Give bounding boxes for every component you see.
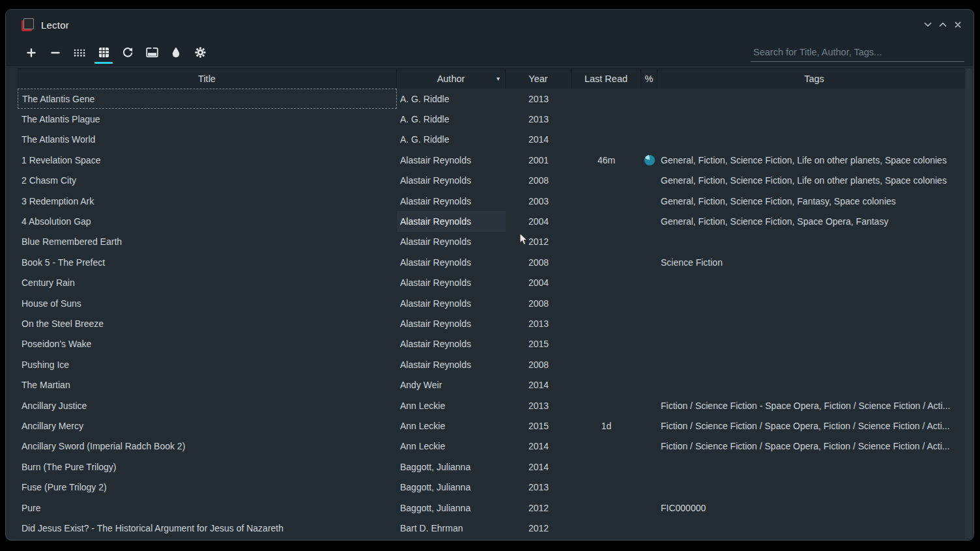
cell-tags[interactable]	[657, 109, 971, 129]
cell-last-read[interactable]	[571, 293, 641, 313]
cell-last-read[interactable]: 1d	[571, 416, 641, 436]
open-book-button[interactable]	[142, 43, 162, 63]
cell-title[interactable]: Fuse (Pure Trilogy 2)	[18, 477, 397, 497]
cell-progress[interactable]	[641, 498, 657, 518]
cell-author[interactable]: Alastair Reynolds	[397, 252, 506, 272]
cell-last-read[interactable]	[571, 273, 641, 293]
cell-author[interactable]: Alastair Reynolds	[397, 171, 506, 191]
cell-last-read[interactable]	[571, 518, 641, 538]
cell-tags[interactable]	[657, 518, 971, 538]
table-row[interactable]: Ancillary JusticeAnn Leckie2013Fiction /…	[18, 395, 971, 416]
column-header-title[interactable]: Title	[18, 69, 397, 89]
cell-progress[interactable]	[641, 232, 657, 252]
cell-progress[interactable]	[641, 109, 657, 129]
cell-tags[interactable]	[657, 89, 971, 109]
cell-year[interactable]: 2015	[506, 334, 571, 354]
table-row[interactable]: Fuse (Pure Trilogy 2)Baggott, Julianna20…	[18, 477, 971, 497]
maximize-button[interactable]	[938, 20, 948, 30]
cell-author[interactable]: Alastair Reynolds	[397, 354, 506, 374]
cell-title[interactable]: 1 Revelation Space	[18, 150, 397, 170]
cell-title[interactable]: The Atlantis World	[18, 130, 397, 150]
cell-last-read[interactable]	[571, 171, 641, 191]
vertical-scrollbar[interactable]	[966, 68, 973, 539]
cell-progress[interactable]	[641, 354, 657, 374]
cell-last-read[interactable]	[571, 89, 641, 109]
table-row[interactable]: Burn (The Pure Trilogy)Baggott, Julianna…	[18, 457, 971, 477]
cell-author[interactable]: Alastair Reynolds	[397, 293, 506, 313]
cell-last-read[interactable]	[571, 334, 641, 354]
table-row[interactable]: The MartianAndy Weir2014	[18, 374, 971, 395]
column-header-tags[interactable]: Tags	[657, 69, 971, 89]
cell-year[interactable]: 2013	[506, 477, 571, 497]
cell-title[interactable]: Did Jesus Exist? - The Historical Argume…	[18, 518, 397, 538]
shade-button[interactable]	[923, 20, 933, 30]
table-row[interactable]: Blue Remembered EarthAlastair Reynolds20…	[18, 232, 971, 252]
table-row[interactable]: The Atlantis GeneA. G. Riddle2013	[18, 89, 971, 109]
cell-author[interactable]: Andy Weir	[397, 374, 506, 395]
cell-year[interactable]: 2015	[506, 416, 571, 436]
column-header-percent[interactable]: %	[641, 69, 657, 89]
cell-progress[interactable]	[641, 211, 657, 231]
cell-year[interactable]: 2008	[506, 252, 571, 272]
table-row[interactable]: 4 Absolution GapAlastair Reynolds2004Gen…	[18, 211, 971, 231]
cell-progress[interactable]	[641, 436, 657, 457]
cell-progress[interactable]	[641, 191, 657, 211]
table-row[interactable]: Ancillary Sword (Imperial Radch Book 2)A…	[18, 436, 971, 457]
table-row[interactable]: Pushing IceAlastair Reynolds2008	[18, 354, 971, 374]
cell-progress[interactable]	[641, 252, 657, 272]
cell-last-read[interactable]	[571, 395, 641, 416]
cell-tags[interactable]	[657, 457, 971, 477]
cell-tags[interactable]: Fiction / Science Fiction - Space Opera,…	[657, 395, 971, 416]
cell-year[interactable]: 2013	[506, 395, 571, 416]
cell-year[interactable]: 2012	[506, 498, 571, 518]
cell-progress[interactable]	[641, 171, 657, 191]
cell-last-read[interactable]	[571, 252, 641, 272]
column-header-year[interactable]: Year	[506, 69, 571, 89]
cell-title[interactable]: Century Rain	[18, 273, 397, 293]
cell-title[interactable]: The Atlantis Gene	[18, 89, 397, 109]
cell-year[interactable]: 2012	[506, 518, 571, 538]
cell-author[interactable]: A. G. Riddle	[397, 89, 506, 109]
cell-year[interactable]: 2003	[506, 191, 571, 211]
cell-progress[interactable]	[641, 416, 657, 436]
cell-year[interactable]: 2014	[506, 436, 571, 457]
cell-title[interactable]: Book 5 - The Prefect	[18, 252, 397, 272]
cell-year[interactable]: 2004	[506, 211, 571, 231]
cell-tags[interactable]	[657, 374, 971, 395]
cell-author[interactable]: Alastair Reynolds	[397, 313, 506, 333]
cell-tags[interactable]	[657, 477, 971, 497]
cell-year[interactable]: 2014	[506, 130, 571, 150]
cell-tags[interactable]: FIC000000	[657, 498, 971, 518]
column-header-last-read[interactable]: Last Read	[571, 69, 641, 89]
cell-title[interactable]: Burn (The Pure Trilogy)	[18, 457, 397, 477]
table-row[interactable]: 1 Revelation SpaceAlastair Reynolds20014…	[18, 150, 971, 170]
cell-last-read[interactable]	[571, 354, 641, 374]
column-header-author[interactable]: Author ▾	[397, 69, 506, 89]
cell-tags[interactable]: General, Fiction, Science Fiction, Space…	[657, 211, 971, 231]
table-row[interactable]: Century RainAlastair Reynolds2004	[18, 273, 971, 293]
cell-progress[interactable]	[641, 374, 657, 395]
cell-author[interactable]: Ann Leckie	[397, 416, 506, 436]
cell-author[interactable]: Baggott, Julianna	[397, 457, 506, 477]
titlebar[interactable]: Lector	[6, 10, 973, 40]
cell-title[interactable]: Pure	[18, 498, 397, 518]
table-row[interactable]: Ancillary MercyAnn Leckie20151dFiction /…	[18, 416, 971, 436]
cell-last-read[interactable]	[571, 313, 641, 333]
cell-last-read[interactable]	[571, 109, 641, 129]
cell-year[interactable]: 2001	[506, 150, 571, 170]
cell-year[interactable]: 2008	[506, 293, 571, 313]
cell-tags[interactable]: Science Fiction	[657, 252, 971, 272]
cell-author[interactable]: Bart D. Ehrman	[397, 518, 506, 538]
cell-tags[interactable]: General, Fiction, Science Fiction, Fanta…	[657, 191, 971, 211]
cell-year[interactable]: 2008	[506, 354, 571, 374]
cell-year[interactable]: 2014	[506, 374, 571, 395]
cell-year[interactable]: 2013	[506, 109, 571, 129]
cell-year[interactable]: 2004	[506, 273, 571, 293]
cell-title[interactable]: 2 Chasm City	[18, 171, 397, 191]
cell-progress[interactable]	[641, 477, 657, 497]
table-view-button[interactable]	[94, 43, 113, 63]
cell-author[interactable]: Alastair Reynolds	[397, 211, 506, 231]
table-row[interactable]: Did Jesus Exist? - The Historical Argume…	[18, 518, 971, 538]
close-button[interactable]	[953, 20, 963, 30]
cell-last-read[interactable]	[571, 457, 641, 477]
